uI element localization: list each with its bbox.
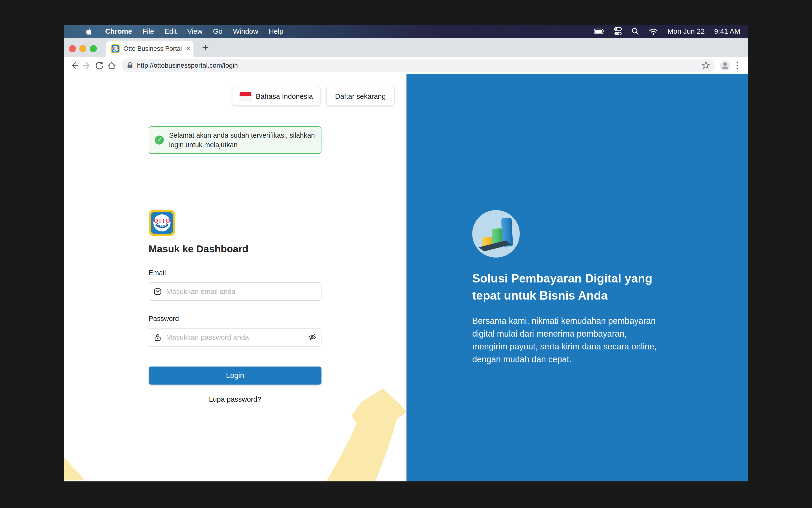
chrome-toolbar: http://ottobusinessportal.com/login: [63, 57, 749, 74]
wifi-icon[interactable]: [649, 28, 658, 35]
email-envelope-icon: [154, 288, 162, 296]
browser-menu-icon[interactable]: [731, 59, 743, 72]
forgot-password-link[interactable]: Lupa password?: [148, 395, 322, 403]
menubar-item-file[interactable]: File: [142, 27, 154, 35]
menubar-item-chrome[interactable]: Chrome: [105, 27, 132, 35]
page-title: Masuk ke Dashboard: [148, 243, 248, 255]
logo-smile-icon: [155, 223, 169, 230]
indonesia-flag-icon: [240, 92, 251, 101]
address-bar[interactable]: http://ottobusinessportal.com/login: [122, 59, 715, 72]
macos-menubar: Chrome File Edit View Go Window Help Mon…: [63, 25, 749, 38]
macos-screen: Chrome File Edit View Go Window Help Mon…: [63, 25, 749, 481]
login-panel: Bahasa Indonesia Daftar sekarang ✓ Selam…: [63, 74, 407, 481]
home-button[interactable]: [105, 59, 118, 72]
check-circle-icon: ✓: [155, 135, 164, 144]
password-input[interactable]: [148, 328, 322, 347]
menubar-item-go[interactable]: Go: [213, 27, 222, 35]
decor-corner-triangle: [63, 457, 85, 481]
toggle-password-visibility-icon[interactable]: [308, 333, 316, 342]
apple-logo-icon[interactable]: [86, 28, 92, 35]
battery-icon[interactable]: [594, 29, 605, 34]
email-field-wrap: [148, 282, 322, 301]
bookmark-star-icon[interactable]: [702, 61, 710, 70]
promo-panel: Solusi Pembayaran Digital yang tepat unt…: [407, 74, 749, 481]
page-content: Bahasa Indonesia Daftar sekarang ✓ Selam…: [63, 74, 749, 481]
password-lock-icon: [154, 334, 162, 342]
window-minimize-button[interactable]: [79, 45, 86, 52]
window-zoom-button[interactable]: [90, 45, 97, 52]
email-label: Email: [148, 269, 166, 277]
password-label: Password: [148, 315, 179, 323]
menubar-clock[interactable]: 9:41 AM: [714, 27, 740, 35]
spotlight-search-icon[interactable]: [631, 27, 639, 35]
success-alert: ✓ Selamat akun anda sudah terverifikasi,…: [148, 126, 322, 154]
reload-button[interactable]: [93, 59, 105, 72]
menubar-item-edit[interactable]: Edit: [165, 27, 177, 35]
ottopay-logo: OTTO PAY: [148, 210, 175, 236]
menubar-item-help[interactable]: Help: [269, 27, 284, 35]
promo-heading: Solusi Pembayaran Digital yang tepat unt…: [472, 270, 705, 304]
register-button-label: Daftar sekarang: [335, 92, 386, 100]
control-center-icon[interactable]: [614, 27, 622, 36]
tab-close-icon[interactable]: ✕: [186, 45, 191, 53]
new-tab-button[interactable]: +: [198, 40, 213, 55]
window-close-button[interactable]: [69, 45, 76, 52]
bar-chart-badge: [472, 210, 520, 258]
alert-message: Selamat akun anda sudah terverifikasi, s…: [169, 131, 315, 150]
decor-arrow-shape: [326, 388, 407, 481]
back-button[interactable]: [69, 59, 81, 72]
language-select-button[interactable]: Bahasa Indonesia: [232, 87, 320, 106]
bar-chart-icon: [477, 215, 515, 253]
chrome-tabstrip: OTTO PAY Otto Business Portal ✕ +: [63, 38, 749, 57]
menubar-date[interactable]: Mon Jun 22: [668, 27, 705, 35]
menubar-item-window[interactable]: Window: [233, 27, 258, 35]
tab-favicon: OTTO PAY: [111, 44, 120, 53]
password-field-wrap: [148, 328, 322, 347]
url-text[interactable]: http://ottobusinessportal.com/login: [137, 62, 702, 69]
forward-button[interactable]: [81, 59, 93, 72]
email-input[interactable]: [148, 282, 322, 301]
login-button[interactable]: Login: [148, 367, 322, 385]
browser-tab[interactable]: OTTO PAY Otto Business Portal ✕: [106, 41, 194, 57]
profile-avatar-icon[interactable]: [719, 59, 731, 72]
menubar-item-view[interactable]: View: [187, 27, 202, 35]
tab-title: Otto Business Portal: [123, 45, 182, 52]
register-button[interactable]: Daftar sekarang: [326, 87, 395, 106]
lock-icon[interactable]: [127, 61, 133, 70]
promo-body: Bersama kami, nikmati kemudahan pembayar…: [472, 314, 705, 366]
language-button-label: Bahasa Indonesia: [256, 92, 313, 100]
